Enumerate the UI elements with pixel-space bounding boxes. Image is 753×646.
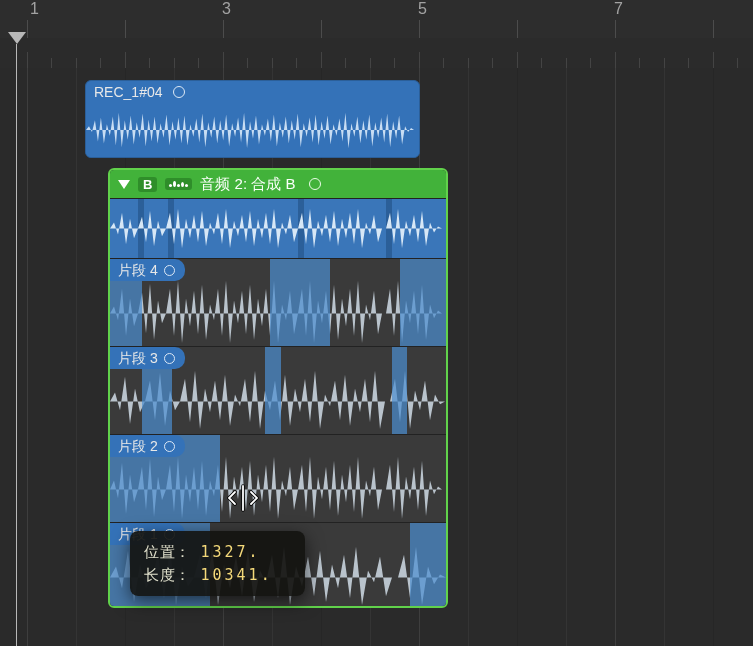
info-tooltip: 位置： 1327. 长度： 10341. [130, 531, 305, 596]
quick-swipe-badge[interactable]: B [138, 177, 157, 192]
ruler-number: 1 [30, 0, 39, 18]
comp-selection[interactable] [410, 523, 446, 608]
timeline-sub-ruler[interactable] [0, 38, 753, 68]
loop-indicator-icon [164, 265, 175, 276]
tracks-workspace[interactable]: 1 3 5 7 [0, 0, 753, 646]
take-label: 片段 3 [118, 347, 158, 369]
take-folder-header[interactable]: B 音频 2: 合成 B [110, 170, 446, 198]
waveform [110, 199, 446, 258]
comp-lane[interactable] [110, 198, 446, 258]
tooltip-length-label: 长度： [144, 564, 191, 587]
comp-selection[interactable] [270, 259, 330, 346]
disclosure-triangle-icon[interactable] [118, 180, 130, 189]
playhead-marker[interactable] [8, 32, 26, 44]
take-folder-title: 音频 2: 合成 B [200, 175, 295, 194]
take-badge[interactable]: 片段 3 [110, 347, 185, 369]
waveform [86, 103, 419, 157]
loop-indicator-icon [173, 86, 185, 98]
comp-selection[interactable] [265, 347, 281, 434]
loop-indicator-icon [164, 441, 175, 452]
ruler-number: 7 [614, 0, 623, 18]
tooltip-position-label: 位置： [144, 541, 191, 564]
ruler-number: 5 [418, 0, 427, 18]
tooltip-position-value: 1327. [201, 541, 261, 564]
take-badge[interactable]: 片段 2 [110, 435, 185, 457]
region-name: REC_1#04 [94, 81, 163, 103]
take-lane[interactable]: 片段 2 [110, 434, 446, 522]
timeline-ruler[interactable]: 1 3 5 7 [0, 0, 753, 38]
ruler-number: 3 [222, 0, 231, 18]
comp-selection[interactable] [392, 347, 407, 434]
take-lane[interactable]: 片段 4 [110, 258, 446, 346]
tooltip-length-value: 10341. [201, 564, 273, 587]
take-lane[interactable]: 片段 3 [110, 346, 446, 434]
loop-indicator-icon [164, 353, 175, 364]
audio-region-rec1[interactable]: REC_1#04 [85, 80, 420, 158]
take-label: 片段 2 [118, 435, 158, 457]
take-badge[interactable]: 片段 4 [110, 259, 185, 281]
tracks-area[interactable]: REC_1#04 B 音频 2: 合成 B [0, 68, 753, 646]
region-header[interactable]: REC_1#04 [86, 81, 419, 103]
flex-icon[interactable] [165, 178, 192, 190]
loop-indicator-icon [309, 178, 321, 190]
take-label: 片段 4 [118, 259, 158, 281]
comp-selection[interactable] [400, 259, 446, 346]
